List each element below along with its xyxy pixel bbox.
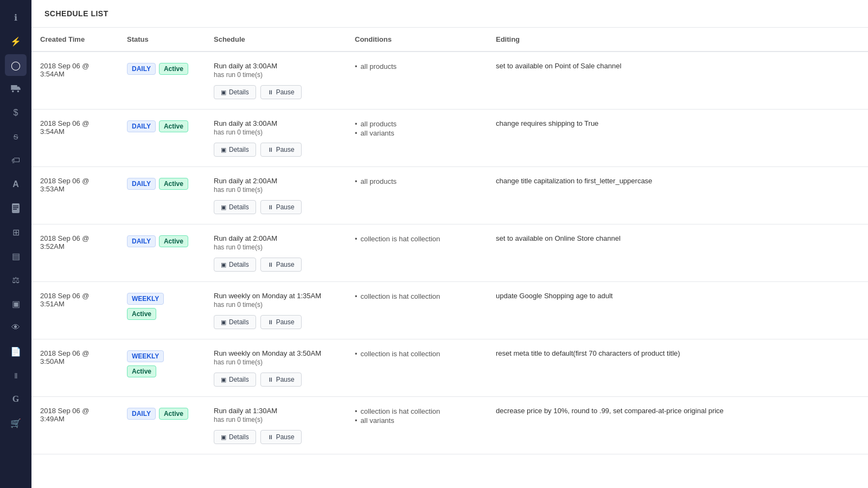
schedule-main-text: Run daily at 2:00AM	[214, 177, 337, 185]
details-button[interactable]: ▣ Details	[214, 143, 256, 157]
editing-text: set to available on Online Store channel	[496, 234, 621, 242]
details-label: Details	[229, 203, 249, 211]
editing-text: update Google Shopping age to adult	[496, 292, 612, 300]
cell-schedule: Run weekly on Monday at 3:50AM has run 0…	[205, 339, 346, 397]
schedule-sub-text: has run 0 time(s)	[214, 416, 337, 423]
pause-button[interactable]: ⏸ Pause	[260, 315, 302, 329]
cell-schedule: Run daily at 2:00AM has run 0 time(s) ▣ …	[205, 167, 346, 224]
svg-rect-4	[13, 207, 18, 208]
cell-conditions: collection is hat collection	[346, 224, 487, 282]
text-icon[interactable]: A	[5, 174, 27, 195]
cell-created-time: 2018 Sep 06 @3:52AM	[31, 224, 118, 282]
table-row: 2018 Sep 06 @3:54AM DAILY Active Run dai…	[31, 52, 868, 110]
header-editing: Editing	[487, 28, 868, 52]
schedule-table-container: Created Time Status Schedule Conditions …	[31, 28, 868, 488]
clock-icon[interactable]: ◯	[5, 54, 27, 76]
condition-item: all products	[355, 177, 478, 186]
details-icon: ▣	[221, 376, 226, 383]
editing-text: reset meta title to default(first 70 cha…	[496, 349, 680, 357]
status-badge: Active	[127, 365, 156, 377]
editing-text: decrease price by 10%, round to .99, set…	[496, 407, 724, 415]
schedule-sub-text: has run 0 time(s)	[214, 301, 337, 309]
condition-item: all variants	[355, 129, 478, 138]
box-icon[interactable]: ▣	[5, 293, 27, 314]
cell-schedule: Run daily at 3:00AM has run 0 time(s) ▣ …	[205, 110, 346, 167]
schedule-sub-text: has run 0 time(s)	[214, 129, 337, 136]
condition-item: all products	[355, 119, 478, 129]
eye-icon[interactable]: 👁	[5, 317, 27, 338]
cell-editing: change requires shipping to True	[487, 110, 868, 167]
pause-icon: ⏸	[267, 146, 273, 153]
status-badge: Active	[159, 408, 188, 420]
dollar-icon[interactable]: $	[5, 102, 27, 124]
table-row: 2018 Sep 06 @3:53AM DAILY Active Run dai…	[31, 167, 868, 224]
details-icon: ▣	[221, 261, 226, 268]
table-row: 2018 Sep 06 @3:49AM DAILY Active Run dai…	[31, 397, 868, 454]
pause-button[interactable]: ⏸ Pause	[260, 258, 302, 272]
file-icon[interactable]: 📄	[5, 341, 27, 362]
details-label: Details	[229, 433, 249, 441]
pause-button[interactable]: ⏸ Pause	[260, 200, 302, 214]
cell-status: DAILY Active	[118, 52, 205, 110]
document-icon[interactable]	[5, 197, 27, 219]
tag-icon[interactable]: 🏷	[5, 150, 27, 171]
pause-button[interactable]: ⏸ Pause	[260, 85, 302, 99]
info-icon[interactable]: ℹ	[5, 7, 27, 28]
details-button[interactable]: ▣ Details	[214, 373, 256, 387]
lightning-icon[interactable]: ⚡	[5, 30, 27, 52]
strikethrough-icon[interactable]: S	[5, 126, 27, 147]
cell-editing: set to available on Point of Sale channe…	[487, 52, 868, 110]
header-conditions: Conditions	[346, 28, 487, 52]
details-label: Details	[229, 376, 249, 383]
schedule-table: Created Time Status Schedule Conditions …	[31, 28, 868, 454]
frequency-badge: WEEKLY	[127, 350, 164, 362]
details-button[interactable]: ▣ Details	[214, 85, 256, 99]
pause-button[interactable]: ⏸ Pause	[260, 143, 302, 157]
pause-label: Pause	[276, 88, 295, 96]
g-icon[interactable]: G	[5, 388, 27, 410]
truck-icon[interactable]	[5, 78, 27, 100]
svg-rect-2	[12, 203, 20, 213]
header-status: Status	[118, 28, 205, 52]
schedule-sub-text: has run 0 time(s)	[214, 243, 337, 251]
cell-created-time: 2018 Sep 06 @3:51AM	[31, 282, 118, 339]
schedule-main-text: Run daily at 2:00AM	[214, 234, 337, 242]
grid-icon[interactable]: ⊞	[5, 221, 27, 243]
cell-editing: update Google Shopping age to adult	[487, 282, 868, 339]
scale-icon[interactable]: ⚖	[5, 269, 27, 291]
details-icon: ▣	[221, 89, 226, 96]
pause-icon: ⏸	[267, 261, 273, 268]
cell-status: WEEKLY Active	[118, 282, 205, 339]
pause-button[interactable]: ⏸ Pause	[260, 373, 302, 387]
header-created-time: Created Time	[31, 28, 118, 52]
cell-conditions: collection is hat collection	[346, 282, 487, 339]
svg-rect-3	[13, 206, 18, 207]
status-badge: Active	[159, 120, 188, 132]
status-badge: Active	[159, 235, 188, 247]
details-button[interactable]: ▣ Details	[214, 430, 256, 444]
pause-label: Pause	[276, 376, 295, 383]
main-content: SCHEDULE LIST Created Time Status Schedu…	[31, 0, 868, 488]
pause-label: Pause	[276, 203, 295, 211]
frequency-badge: DAILY	[127, 120, 156, 132]
schedule-sub-text: has run 0 time(s)	[214, 71, 337, 79]
details-button[interactable]: ▣ Details	[214, 258, 256, 272]
pause-label: Pause	[276, 318, 295, 326]
details-button[interactable]: ▣ Details	[214, 200, 256, 214]
barcode-icon[interactable]: |||	[5, 364, 27, 386]
schedule-sub-text: has run 0 time(s)	[214, 186, 337, 194]
pause-button[interactable]: ⏸ Pause	[260, 430, 302, 444]
condition-item: collection is hat collection	[355, 234, 478, 243]
cell-status: WEEKLY Active	[118, 339, 205, 397]
details-label: Details	[229, 318, 249, 326]
details-button[interactable]: ▣ Details	[214, 315, 256, 329]
frequency-badge: DAILY	[127, 235, 156, 247]
frequency-badge: WEEKLY	[127, 293, 164, 305]
condition-item: collection is hat collection	[355, 349, 478, 358]
table-icon[interactable]: ▤	[5, 245, 27, 267]
cell-editing: decrease price by 10%, round to .99, set…	[487, 397, 868, 454]
cart-icon[interactable]: 🛒	[5, 412, 27, 434]
table-header-row: Created Time Status Schedule Conditions …	[31, 28, 868, 52]
cell-schedule: Run daily at 1:30AM has run 0 time(s) ▣ …	[205, 397, 346, 454]
cell-status: DAILY Active	[118, 167, 205, 224]
